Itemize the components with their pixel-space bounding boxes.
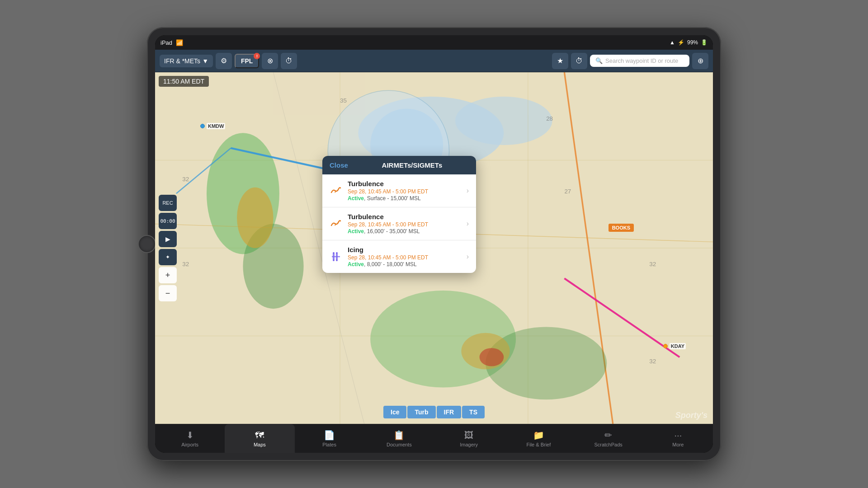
timer-button[interactable]: ⏱ <box>281 53 297 69</box>
svg-text:27: 27 <box>564 188 571 195</box>
plus-icon: + <box>165 271 170 280</box>
close-button[interactable]: Close <box>330 161 348 169</box>
tab-plates[interactable]: 📄 Plates <box>295 424 364 453</box>
fpl-button[interactable]: FPL ! <box>235 54 259 68</box>
svg-point-23 <box>237 188 273 248</box>
imagery-icon: 🖼 <box>464 430 473 441</box>
chevron-right-icon-2: › <box>467 220 469 228</box>
airports-icon: ⬇ <box>186 430 194 441</box>
kday-label-text: KDAY <box>670 343 686 349</box>
airmet-type-2: Turbulence <box>348 213 461 221</box>
file-brief-icon: 📁 <box>533 430 544 441</box>
plates-icon: 📄 <box>324 430 335 441</box>
tab-scratchpads[interactable]: ✏ ScratchPads <box>574 424 643 453</box>
sync-button[interactable]: ⊗ <box>262 53 278 69</box>
svg-text:28: 28 <box>546 115 553 122</box>
airmet-status-icing: Active, 8,000' - 18,000' MSL <box>348 261 461 267</box>
play-button[interactable]: ▶ <box>159 231 177 247</box>
airmet-info-2: Turbulence Sep 28, 10:45 AM - 5:00 PM ED… <box>348 213 461 235</box>
books-label-text: BOOKS <box>612 225 630 230</box>
airmet-info-icing: Icing Sep 28, 10:45 AM - 5:00 PM EDT Act… <box>348 246 461 267</box>
clock-icon: ⏱ <box>576 57 583 65</box>
tab-maps-label: Maps <box>254 442 266 447</box>
kday-waypoint[interactable]: KDAY <box>663 343 686 349</box>
status-bar: iPad 📶 ▲ ⚡ 99% 🔋 <box>155 35 713 50</box>
svg-point-35 <box>336 252 338 254</box>
chevron-right-icon-icing: › <box>467 253 469 261</box>
tab-airports[interactable]: ⬇ Airports <box>155 424 225 453</box>
maps-icon: 🗺 <box>255 430 264 441</box>
documents-icon: 📋 <box>393 430 405 441</box>
airmet-item-turbulence-1[interactable]: Turbulence Sep 28, 10:45 AM - 5:00 PM ED… <box>322 174 476 207</box>
star-icon: ★ <box>557 56 563 65</box>
bookmark-button[interactable]: ★ <box>552 53 568 69</box>
scratchpads-icon: ✏ <box>604 430 612 441</box>
timer-value: 00:00 <box>160 218 175 224</box>
tab-bar: ⬇ Airports 🗺 Maps 📄 Plates 📋 Documents 🖼 <box>155 424 713 453</box>
airmet-item-turbulence-2[interactable]: Turbulence Sep 28, 10:45 AM - 5:00 PM ED… <box>322 207 476 240</box>
airmet-info-1: Turbulence Sep 28, 10:45 AM - 5:00 PM ED… <box>348 180 461 202</box>
search-placeholder: Search waypoint ID or route <box>605 57 678 64</box>
chevron-down-icon: ▼ <box>202 57 208 65</box>
turbulence-icon-2 <box>330 217 342 230</box>
tab-file-brief[interactable]: 📁 File & Brief <box>504 424 573 453</box>
rec-label: REC <box>162 200 173 206</box>
home-button[interactable] <box>138 235 156 253</box>
kmdw-label-text: KMDW <box>207 123 225 129</box>
airmet-item-icing[interactable]: Icing Sep 28, 10:45 AM - 5:00 PM EDT Act… <box>322 240 476 273</box>
icing-icon <box>330 250 342 263</box>
svg-text:32: 32 <box>182 261 189 267</box>
play-icon: ▶ <box>165 235 170 243</box>
kday-dot <box>663 344 668 348</box>
settings-button[interactable]: ⚙ <box>216 53 232 69</box>
airmet-popup: Close AIRMETs/SIGMETs Tur <box>322 156 476 273</box>
fpl-badge: ! <box>254 53 260 59</box>
status-right: ▲ ⚡ 99% 🔋 <box>670 39 708 46</box>
svg-point-36 <box>333 259 335 261</box>
device-frame: iPad 📶 ▲ ⚡ 99% 🔋 IFR & *METs ▼ ⚙ <box>147 27 721 461</box>
chevron-right-icon-1: › <box>467 187 469 195</box>
time-display: 11:50 AM EDT <box>159 76 209 87</box>
locate-button[interactable]: ⊕ <box>692 53 708 69</box>
route-button[interactable]: ✦ <box>159 249 177 265</box>
fpl-label: FPL <box>241 57 253 65</box>
tab-more[interactable]: ··· More <box>643 424 713 453</box>
battery-icon: 🔋 <box>701 39 708 46</box>
tab-documents[interactable]: 📋 Documents <box>364 424 434 453</box>
device-screen: iPad 📶 ▲ ⚡ 99% 🔋 IFR & *METs ▼ ⚙ <box>155 35 713 453</box>
ifr-button[interactable]: IFR <box>437 406 462 418</box>
svg-text:32: 32 <box>649 261 656 267</box>
location-icon: ▲ <box>670 39 675 46</box>
svg-point-22 <box>486 327 607 399</box>
zoom-in-button[interactable]: + <box>159 267 177 283</box>
crosshair-icon: ⊕ <box>698 56 703 65</box>
tab-file-brief-label: File & Brief <box>526 442 551 447</box>
search-icon: 🔍 <box>595 57 603 64</box>
carrier-label: iPad <box>160 39 172 46</box>
tab-more-label: More <box>672 442 684 447</box>
books-waypoint[interactable]: BOOKS <box>609 224 634 232</box>
content-area: IFR & *METs ▼ ⚙ FPL ! ⊗ ⏱ ★ <box>155 50 713 453</box>
kmdw-waypoint[interactable]: KMDW <box>200 123 225 129</box>
ts-button[interactable]: TS <box>462 406 485 418</box>
turb-button[interactable]: Turb <box>407 406 435 418</box>
svg-text:35: 35 <box>340 97 347 104</box>
rec-button[interactable]: REC <box>159 195 177 211</box>
timer-display[interactable]: 00:00 <box>159 213 177 229</box>
timer-icon: ⏱ <box>285 57 292 65</box>
svg-point-37 <box>336 259 338 261</box>
svg-text:32: 32 <box>182 176 189 183</box>
battery-percent: 99% <box>687 39 698 46</box>
watermark: Sporty's <box>675 411 708 420</box>
tab-maps[interactable]: 🗺 Maps <box>225 424 294 453</box>
more-icon: ··· <box>675 430 682 441</box>
ifr-mets-dropdown[interactable]: IFR & *METs ▼ <box>160 55 213 67</box>
search-box[interactable]: 🔍 Search waypoint ID or route <box>590 55 689 67</box>
zoom-out-button[interactable]: − <box>159 285 177 301</box>
airmet-header: Close AIRMETs/SIGMETs <box>322 156 476 174</box>
clock-button[interactable]: ⏱ <box>571 53 587 69</box>
tab-imagery[interactable]: 🖼 Imagery <box>434 424 504 453</box>
ice-button[interactable]: Ice <box>383 406 406 418</box>
tab-imagery-label: Imagery <box>460 442 478 447</box>
gear-icon: ⚙ <box>221 56 227 65</box>
